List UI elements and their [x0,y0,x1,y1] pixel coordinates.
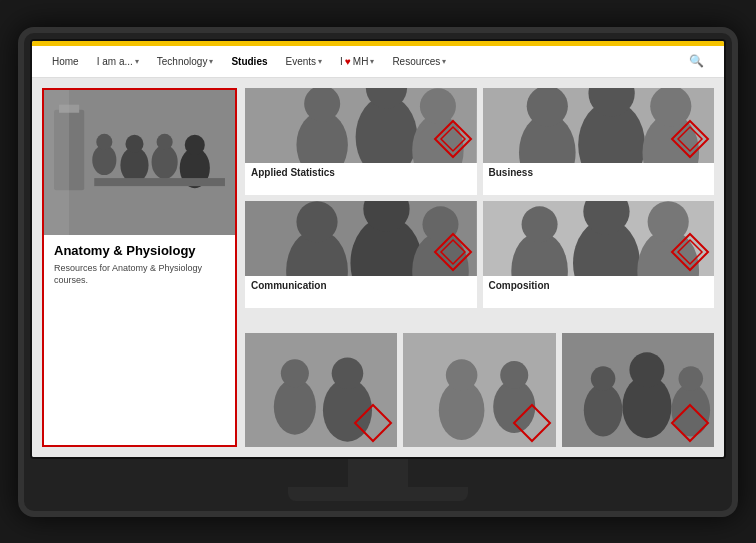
svg-point-10 [185,134,205,154]
bottom-card-1[interactable] [245,333,397,447]
svg-marker-54 [355,405,391,441]
grid-card-communication[interactable]: Communication [245,201,477,308]
featured-description: Resources for Anatomy & Physiology cours… [54,262,225,287]
applied-statistics-label: Applied Statistics [245,163,477,182]
svg-point-7 [152,144,178,178]
svg-rect-11 [94,178,225,186]
nav-resources[interactable]: Resources ▾ [392,56,446,67]
diamond-decoration [670,403,710,443]
diamond-decoration [433,119,473,159]
business-image [483,88,715,163]
svg-marker-68 [672,405,708,441]
svg-point-67 [678,366,703,391]
grid-card-applied-statistics[interactable]: Applied Statistics [245,88,477,195]
applied-statistics-image [245,88,477,163]
tv-base [288,487,468,501]
bottom-card-1-image [245,333,397,447]
svg-point-51 [281,359,309,387]
featured-card-anatomy[interactable]: Anatomy & Physiology Resources for Anato… [42,88,237,447]
chevron-down-icon: ▾ [135,57,139,66]
svg-point-53 [332,357,364,389]
chevron-down-icon: ▾ [318,57,322,66]
chevron-down-icon: ▾ [442,57,446,66]
nav-events[interactable]: Events ▾ [286,56,323,67]
svg-point-62 [583,383,622,436]
svg-point-65 [629,352,664,387]
navbar: Home I am a... ▾ Technology ▾ Studies Ev… [32,46,724,78]
svg-point-4 [96,133,112,149]
svg-point-59 [501,361,529,389]
svg-point-57 [446,359,478,391]
subject-grid: Applied Statistics [245,88,714,327]
featured-card-image [44,90,235,235]
tv-monitor: Home I am a... ▾ Technology ▾ Studies Ev… [18,27,738,517]
svg-point-6 [125,134,143,152]
diamond-decoration [512,403,552,443]
composition-image [483,201,715,276]
svg-marker-60 [514,405,550,441]
heart-icon: ♥ [345,56,351,67]
nav-studies[interactable]: Studies [231,56,267,67]
grid-card-composition[interactable]: Composition [483,201,715,308]
svg-point-63 [590,366,615,391]
bottom-card-3-image [562,333,714,447]
nav-i-heart-mh[interactable]: I ♥ MH ▾ [340,56,374,67]
bottom-card-2-image [403,333,555,447]
svg-rect-12 [44,90,69,235]
nav-i-am-a[interactable]: I am a... ▾ [97,56,139,67]
yellow-accent-bar [32,41,724,46]
communication-label: Communication [245,276,477,295]
svg-point-8 [157,133,173,149]
business-label: Business [483,163,715,182]
communication-image [245,201,477,276]
grid-card-business[interactable]: Business [483,88,715,195]
featured-card-text: Anatomy & Physiology Resources for Anato… [44,235,235,295]
bottom-card-3[interactable] [562,333,714,447]
nav-home[interactable]: Home [52,56,79,67]
diamond-decoration [353,403,393,443]
bottom-partial-row [245,333,714,447]
svg-point-42 [521,206,557,242]
tv-stand [30,459,726,501]
bottom-card-2[interactable] [403,333,555,447]
chevron-down-icon: ▾ [370,57,374,66]
tv-neck [348,459,408,487]
content-area: Anatomy & Physiology Resources for Anato… [32,78,724,457]
diamond-decoration [670,232,710,272]
featured-title: Anatomy & Physiology [54,243,225,258]
search-icon[interactable]: 🔍 [689,54,704,68]
anatomy-image-bg [44,90,235,235]
chevron-down-icon: ▾ [209,57,213,66]
nav-technology[interactable]: Technology ▾ [157,56,214,67]
svg-point-33 [296,201,337,242]
diamond-decoration [433,232,473,272]
composition-label: Composition [483,276,715,295]
diamond-decoration [670,119,710,159]
tv-screen: Home I am a... ▾ Technology ▾ Studies Ev… [30,39,726,459]
